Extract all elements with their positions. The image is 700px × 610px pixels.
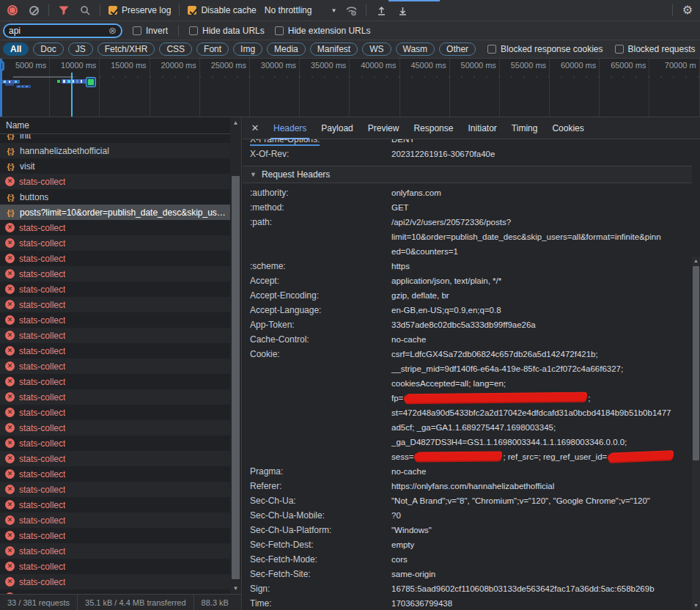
type-filter-pill-font[interactable]: Font [196, 43, 229, 56]
throttling-select[interactable]: No throttling ▼ [265, 5, 337, 15]
request-row[interactable]: stats-collect [0, 512, 230, 528]
request-row[interactable]: {:}init [0, 134, 230, 143]
request-row[interactable]: stats-collect [0, 251, 230, 266]
request-row[interactable]: {:}visit [0, 158, 230, 174]
request-row[interactable]: stats-collect [0, 466, 230, 482]
divider [179, 4, 180, 16]
scrollbar-thumb[interactable] [232, 176, 240, 579]
settings-gear-icon[interactable]: ⚙ [681, 4, 694, 17]
scrollbar-thumb[interactable] [693, 266, 699, 460]
request-row[interactable]: stats-collect [0, 389, 230, 405]
request-row[interactable]: stats-collect [0, 343, 230, 359]
timeline-tick-label: 35000 ms [311, 61, 346, 70]
type-filter-pill-doc[interactable]: Doc [33, 43, 63, 56]
request-row[interactable]: {:}buttons [0, 189, 230, 205]
request-row[interactable]: stats-collect [0, 497, 230, 512]
request-row[interactable]: stats-collect [0, 405, 230, 420]
import-har-icon[interactable] [375, 4, 388, 17]
record-icon[interactable] [6, 4, 19, 17]
error-icon [5, 331, 15, 340]
divider [672, 4, 673, 16]
request-name: stats-collect [19, 515, 65, 526]
request-list-scrollbar[interactable]: ▲ ▼ [230, 117, 241, 594]
export-har-icon[interactable] [396, 4, 409, 17]
disable-cache-checkbox[interactable]: Disable cache [188, 5, 256, 15]
waterfall-bar [73, 80, 74, 83]
search-icon[interactable] [78, 4, 92, 17]
type-filter-pill-fetch-xhr[interactable]: Fetch/XHR [97, 43, 155, 56]
header-value-line: csrf=LdfcGX4Sa72db06824c657db26a5d142472… [391, 347, 692, 361]
name-column-header[interactable]: Name [0, 117, 241, 134]
header-value-line: __stripe_mid=9df140f6-e64a-419e-85fc-a1c… [391, 361, 692, 376]
request-row[interactable]: stats-collect [0, 436, 230, 451]
header-value: 16785:5aad9602cf110608b03133de563642fac1… [391, 581, 692, 596]
request-row[interactable]: stats-collect [0, 574, 230, 589]
type-filter-pill-manifest[interactable]: Manifest [310, 43, 358, 56]
type-filter-pill-js[interactable]: JS [68, 43, 93, 56]
request-row[interactable]: stats-collect [0, 266, 230, 282]
tab-preview[interactable]: Preview [361, 117, 407, 139]
scrollbar-down-arrow[interactable]: ▼ [230, 583, 241, 594]
header-name: Accept: [250, 273, 391, 288]
tab-headers[interactable]: Headers [266, 117, 314, 139]
scrollbar-up-arrow[interactable]: ▲ [230, 117, 241, 128]
tab-response[interactable]: Response [406, 117, 460, 139]
more-filter-checkbox[interactable]: Blocked response cookies [487, 44, 603, 54]
details-scrollbar[interactable]: ▲ ▼ [692, 257, 700, 610]
request-row[interactable]: {:}hannahelizabethofficial [0, 143, 230, 158]
hide-data-urls-checkbox[interactable]: Hide data URLs [189, 26, 265, 36]
request-row[interactable]: {:}posts?limit=10&order=publish_date_des… [0, 205, 230, 220]
checkbox-checked-icon [108, 6, 117, 15]
request-row[interactable]: stats-collect [0, 451, 230, 466]
type-filter-pill-wasm[interactable]: Wasm [396, 43, 435, 56]
invert-checkbox[interactable]: Invert [133, 26, 168, 36]
timeline-handle-knob[interactable] [0, 61, 4, 71]
filter-icon[interactable] [57, 4, 70, 17]
type-filter-pill-all[interactable]: All [3, 43, 29, 56]
request-row[interactable]: stats-collect [0, 482, 230, 497]
request-row[interactable]: stats-collect [0, 235, 230, 251]
request-headers-section[interactable]: ▼ Request Headers [243, 166, 692, 183]
request-row[interactable]: stats-collect [0, 297, 230, 312]
request-row[interactable]: stats-collect [0, 328, 230, 343]
request-name: stats-collect [19, 454, 65, 464]
request-row[interactable]: stats-collect [0, 282, 230, 297]
type-filter-pill-ws[interactable]: WS [362, 43, 391, 56]
type-filter-pill-img[interactable]: Img [233, 43, 262, 56]
filter-input[interactable] [9, 26, 106, 36]
request-row[interactable]: stats-collect [0, 374, 230, 389]
hide-extension-urls-checkbox[interactable]: Hide extension URLs [275, 26, 371, 36]
type-filter-pill-media[interactable]: Media [267, 43, 306, 56]
close-details-icon[interactable]: ✕ [247, 122, 263, 133]
request-row[interactable]: stats-collect [0, 543, 230, 559]
tab-cookies[interactable]: Cookies [545, 117, 591, 139]
timeline-tick-label: 40000 ms [361, 61, 396, 70]
request-row[interactable]: stats-collect [0, 528, 230, 543]
clear-log-icon[interactable] [27, 4, 40, 17]
preserve-log-checkbox[interactable]: Preserve log [108, 5, 171, 15]
request-row[interactable]: stats-collect [0, 312, 230, 328]
more-filter-checkbox[interactable]: Blocked requests [615, 44, 696, 54]
header-value: GET [391, 200, 692, 215]
tab-payload[interactable]: Payload [314, 117, 360, 139]
timeline-baseline-dots [0, 76, 700, 78]
request-row[interactable]: stats-collect [0, 420, 230, 436]
network-conditions-icon[interactable] [345, 4, 358, 17]
header-row: Sec-Ch-Ua:"Not_A Brand";v="8", "Chromium… [250, 493, 692, 508]
scrollbar-up-arrow[interactable]: ▲ [692, 257, 700, 265]
type-filter-pill-other[interactable]: Other [439, 43, 476, 56]
type-filter-pill-css[interactable]: CSS [159, 43, 192, 56]
timeline-overview[interactable]: 5000 ms10000 ms15000 ms20000 ms25000 ms3… [0, 59, 700, 117]
tab-initiator[interactable]: Initiator [460, 117, 504, 139]
request-row[interactable]: stats-collect [0, 359, 230, 374]
request-row[interactable]: stats-collect [0, 559, 230, 574]
scrollbar-down-arrow[interactable]: ▼ [692, 601, 700, 610]
tab-timing[interactable]: Timing [504, 117, 545, 139]
request-row[interactable]: stats-collect [0, 220, 230, 235]
header-row: Pragma:no-cache [250, 464, 692, 479]
header-value-line: no-cache [391, 464, 692, 479]
clear-filter-icon[interactable]: ⊗ [108, 26, 117, 35]
header-value: ?0 [391, 508, 692, 523]
request-row[interactable]: stats-collect [0, 174, 230, 189]
request-name: stats-collect [19, 577, 65, 587]
